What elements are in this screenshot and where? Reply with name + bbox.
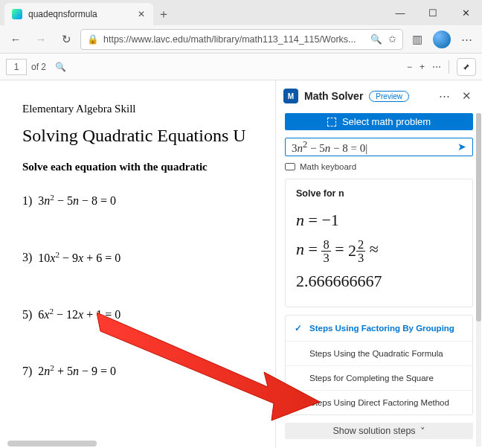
equation-5: 5) 6x2 − 12x + 1 = 0: [22, 307, 268, 321]
window-maximize-button[interactable]: ☐: [417, 0, 449, 25]
window-close-button[interactable]: ✕: [449, 0, 482, 25]
pdf-instruction: Solve each equation with the quadratic: [22, 161, 268, 173]
back-button[interactable]: ←: [4, 28, 27, 51]
solution-2: n = 83 = 223 ≈: [296, 237, 462, 264]
profile-avatar[interactable]: [433, 31, 451, 48]
url-text: https://www.lavc.edu/math/library/math11…: [103, 34, 366, 45]
page-total-label: of 2: [31, 62, 46, 72]
pdf-heading: Solving Quadratic Equations U: [22, 126, 268, 146]
page-number-input[interactable]: 1: [6, 59, 27, 75]
panel-title: Math Solver: [304, 90, 363, 102]
zoom-out-button[interactable]: −: [407, 62, 412, 72]
show-steps-label: Show solution steps: [332, 426, 415, 436]
show-solution-steps-button[interactable]: Show solution steps ˅: [285, 423, 473, 439]
check-icon: ✓: [295, 323, 303, 333]
forward-button[interactable]: →: [30, 28, 52, 51]
equation-7: 7) 2n2 + 5n − 9 = 0: [22, 363, 268, 378]
send-icon[interactable]: ➤: [457, 141, 466, 153]
crop-icon: [327, 118, 336, 127]
select-math-problem-button[interactable]: Select math problem: [285, 113, 473, 130]
favorite-icon[interactable]: ✩: [388, 33, 396, 45]
methods-card: ✓ Steps Using Factoring By Grouping Step…: [285, 315, 473, 415]
math-solver-panel: M Math Solver Preview ⋯ ✕ Select math pr…: [275, 80, 482, 448]
pdf-horizontal-scrollbar[interactable]: [7, 441, 97, 447]
address-bar: ← → ↻ 🔒 https://www.lavc.edu/math/librar…: [0, 25, 482, 54]
method-label: Steps Using the Quadratic Formula: [309, 349, 443, 358]
panel-header: M Math Solver Preview ⋯ ✕: [276, 80, 482, 112]
solution-2-decimal: 2.666666667: [296, 269, 462, 293]
new-tab-button[interactable]: ＋: [153, 3, 174, 25]
close-tab-icon[interactable]: ✕: [135, 9, 147, 19]
equation-1: 1) 3n2 − 5n − 8 = 0: [22, 193, 268, 208]
collections-button[interactable]: ▥: [406, 28, 428, 51]
window-titlebar: quadeqnsformula ✕ ＋ — ☐ ✕: [0, 0, 482, 25]
panel-scrollbar[interactable]: [476, 113, 481, 447]
method-factoring-grouping[interactable]: ✓ Steps Using Factoring By Grouping: [286, 316, 472, 342]
solve-for-label: Solve for n: [296, 188, 462, 199]
solution-1: n = −1: [296, 208, 462, 232]
pdf-subtitle: Elementary Algebra Skill: [22, 103, 268, 115]
math-input-value: 3n2 − 5n − 8 = 0|: [292, 139, 367, 155]
tab-title: quadeqnsformula: [28, 9, 135, 19]
browser-tab[interactable]: quadeqnsformula ✕: [4, 3, 153, 25]
pdf-toolbar: 1 of 2 🔍 − + ⋯: [0, 54, 482, 80]
pdf-viewer[interactable]: Elementary Algebra Skill Solving Quadrat…: [0, 80, 275, 448]
solution-card: Solve for n n = −1 n = 83 = 223 ≈ 2.6666…: [285, 179, 473, 307]
pdf-more-button[interactable]: ⋯: [432, 62, 441, 72]
math-input-field[interactable]: 3n2 − 5n − 8 = 0| ➤: [285, 138, 473, 156]
method-completing-square[interactable]: Steps for Completing the Square: [286, 366, 472, 391]
method-label: Steps for Completing the Square: [309, 374, 434, 383]
method-direct-factoring[interactable]: Steps Using Direct Factoring Method: [286, 391, 472, 415]
math-keyboard-button[interactable]: Math keyboard: [285, 162, 473, 171]
panel-close-icon[interactable]: ✕: [458, 89, 475, 103]
panel-more-icon[interactable]: ⋯: [436, 89, 452, 103]
pdf-search-icon[interactable]: 🔍: [55, 62, 66, 72]
method-label: Steps Using Direct Factoring Method: [309, 398, 449, 407]
lock-icon: 🔒: [87, 33, 99, 45]
chevron-down-icon: ˅: [420, 426, 425, 437]
refresh-button[interactable]: ↻: [55, 28, 77, 51]
tab-favicon: [12, 9, 22, 19]
preview-badge: Preview: [369, 91, 409, 102]
window-minimize-button[interactable]: —: [384, 0, 417, 25]
zoom-icon[interactable]: 🔍: [370, 33, 382, 45]
url-field[interactable]: 🔒 https://www.lavc.edu/math/library/math…: [80, 29, 403, 50]
menu-button[interactable]: ⋯: [455, 28, 478, 51]
math-keyboard-label: Math keyboard: [300, 162, 356, 171]
keyboard-icon: [285, 163, 295, 170]
math-solver-logo: M: [283, 89, 298, 103]
zoom-in-button[interactable]: +: [420, 62, 425, 72]
equation-3: 3) 10x2 − 9x + 6 = 0: [22, 249, 268, 264]
method-quadratic-formula[interactable]: Steps Using the Quadratic Formula: [286, 342, 472, 366]
select-button-label: Select math problem: [342, 116, 431, 127]
pin-toolbar-button[interactable]: [457, 58, 476, 76]
method-label: Steps Using Factoring By Grouping: [309, 324, 454, 333]
